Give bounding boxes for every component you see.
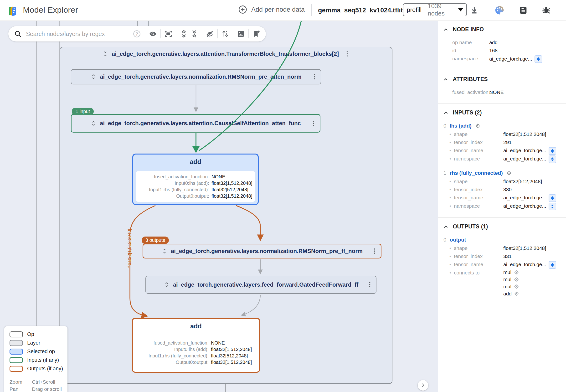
node-info-row: namespace ai_edge_torch.ge... (438, 55, 566, 63)
layer-causal-self-attention[interactable]: ai_edge_torch.generative.layers.attentio… (71, 114, 320, 133)
chevron-up-icon (443, 76, 449, 83)
expand-all-layers-button[interactable] (179, 28, 189, 39)
collapse-all-icon (190, 30, 198, 38)
attr-value: float32[1,512,2048] (211, 346, 253, 353)
connects-to-target[interactable]: mul (503, 283, 519, 290)
legend-item-outputs: Outputs (if any) (4, 364, 68, 373)
output-port-link[interactable]: output (450, 236, 466, 244)
input-port-lhs: 0 lhs (add) (438, 122, 566, 130)
flatten-layers-icon (206, 30, 214, 38)
op-node-add-output[interactable]: add fused_activation_function:NONE Input… (132, 318, 260, 373)
expand-value-button[interactable] (549, 155, 556, 163)
more-menu-icon[interactable] (312, 74, 317, 80)
input-port-link[interactable]: rhs (fully_connected) (450, 169, 503, 177)
node-info-row: op name add (438, 38, 566, 46)
locate-node-icon[interactable] (514, 277, 519, 282)
attr-label: Output0:output: (139, 193, 209, 199)
attr-label: Input0:lhs (add): (139, 180, 209, 186)
section-inputs-header[interactable]: INPUTS (2) (438, 110, 566, 116)
more-menu-icon[interactable] (367, 282, 372, 288)
locate-node-icon[interactable] (506, 170, 512, 176)
add-per-node-data-button[interactable]: Add per-node data (238, 5, 305, 14)
divider (217, 29, 218, 38)
search-input[interactable] (26, 30, 133, 38)
legend-item-selected-op: Selected op (4, 347, 68, 356)
connects-to-target[interactable]: add (503, 290, 519, 297)
expand-layer-icon[interactable] (164, 282, 170, 288)
toggle-visibility-button[interactable] (148, 28, 158, 39)
expand-layer-icon[interactable] (90, 120, 97, 126)
attribute-row: fused_activation... NONE (438, 88, 566, 96)
attr-value: float32[1,512,2048] (211, 180, 252, 186)
export-image-button[interactable] (235, 28, 246, 39)
expand-value-button[interactable] (549, 147, 556, 155)
connects-to-target[interactable]: mul (503, 276, 519, 283)
section-outputs-header[interactable]: OUTPUTS (1) (438, 224, 566, 230)
expand-layer-icon[interactable] (90, 74, 97, 80)
divider (489, 4, 489, 16)
input-port-link[interactable]: lhs (add) (450, 122, 472, 130)
chevron-right-icon (420, 382, 426, 388)
prop-row: •namespace ai_edge_torch.ge... (438, 202, 566, 210)
download-button[interactable] (469, 5, 480, 16)
selected-op-swatch (10, 349, 23, 355)
op-node-add-selected[interactable]: add fused_activation_function:NONE Input… (132, 154, 259, 205)
collapse-all-layers-button[interactable] (189, 28, 200, 39)
expand-value-button[interactable] (549, 194, 556, 202)
trace-inputs-outputs-button[interactable] (220, 28, 231, 39)
next-graph-button[interactable] (418, 380, 428, 391)
graph-canvas[interactable]: ai_edge_torch.generative.layers.attentio… (0, 20, 438, 392)
expand-value-button[interactable] (535, 55, 542, 63)
input-port-rhs: 1 rhs (fully_connected) (438, 169, 566, 177)
flatten-layers-button[interactable] (205, 28, 215, 39)
theme-palette-button[interactable] (494, 5, 505, 16)
more-menu-icon[interactable] (372, 248, 377, 254)
legend-label: Outputs (if any) (27, 365, 63, 372)
attr-value: NONE (211, 174, 251, 180)
expand-layer-icon[interactable] (161, 248, 168, 254)
node-info-row: id 168 (438, 46, 566, 55)
layer-swatch (10, 340, 23, 346)
legend-item-layer: Layer (4, 339, 68, 347)
prop-row: •tensor_name ai_edge_torch.ge... (438, 260, 566, 269)
locate-node-icon[interactable] (514, 291, 519, 296)
attr-label: Input1:rhs (fully_connected): (139, 353, 209, 359)
fit-to-screen-button[interactable] (163, 28, 174, 39)
search-icon (14, 30, 22, 38)
section-title: ATTRIBUTES (453, 76, 488, 83)
prop-row: •shapefloat32[512,2048] (438, 177, 566, 185)
prop-row: •shapefloat32[1,512,2048] (438, 244, 566, 252)
layer-rmsnorm-pre-atten-norm[interactable]: ai_edge_torch.generative.layers.normaliz… (71, 69, 321, 84)
search-help-icon[interactable]: ? (133, 29, 141, 38)
locate-node-icon[interactable] (514, 270, 519, 275)
expand-value-button[interactable] (549, 203, 556, 210)
model-explorer-logo-icon (8, 4, 20, 16)
graph-legend: Op Layer Selected op Inputs (if any) Out… (4, 326, 68, 392)
layer-gated-feed-forward[interactable]: ai_edge_torch.generative.layers.feed_for… (145, 276, 376, 294)
connects-to-target[interactable]: mul (503, 269, 519, 276)
section-attributes: ATTRIBUTES fused_activation... NONE (438, 70, 566, 104)
layer-transformer-block-header[interactable]: ai_edge_torch.generative.layers.attentio… (60, 49, 392, 59)
swap-vertical-icon (221, 30, 229, 38)
plus-circle-icon (238, 5, 248, 14)
dropdown-caret-icon (458, 8, 463, 12)
chevron-up-icon (443, 110, 449, 116)
bookmark-add-icon (252, 30, 260, 38)
expand-value-button[interactable] (549, 261, 556, 269)
section-node-info-header[interactable]: NODE INFO (438, 26, 566, 33)
locate-node-icon[interactable] (514, 284, 519, 289)
locate-node-icon[interactable] (475, 123, 481, 129)
report-bug-button[interactable] (541, 5, 552, 16)
input-count-badge: 1 input (72, 108, 94, 115)
inputs-swatch (10, 357, 23, 363)
add-bookmark-button[interactable] (251, 28, 262, 39)
more-menu-icon[interactable] (345, 51, 350, 57)
prop-row: •tensor_index330 (438, 185, 566, 194)
graph-selector-dropdown[interactable]: prefill 1039 nodes (403, 3, 467, 16)
section-attributes-header[interactable]: ATTRIBUTES (438, 76, 566, 83)
docs-button[interactable] (518, 5, 529, 16)
section-node-info: NODE INFO op name add id 168 namespace a… (438, 20, 566, 70)
more-menu-icon[interactable] (311, 120, 316, 126)
layer-rmsnorm-pre-ff-norm[interactable]: ai_edge_torch.generative.layers.normaliz… (143, 244, 381, 258)
collapse-layer-icon[interactable] (102, 51, 109, 57)
